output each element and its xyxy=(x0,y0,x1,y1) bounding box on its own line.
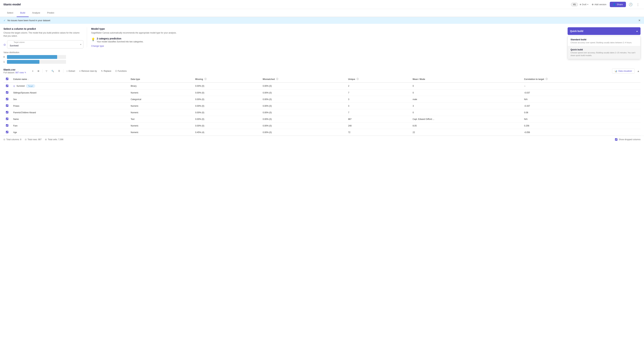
toolbar: ≡ ⊞ ▽ 🔍 ☰ □ Extract xyxy=(30,69,128,73)
col-unique-3: 3 xyxy=(346,103,410,109)
col-missing-7: 0.45% (4) xyxy=(193,129,260,136)
columns-icon: ⊟ xyxy=(4,138,5,141)
row-checkbox-3[interactable] xyxy=(6,104,8,107)
bar-fill-1 xyxy=(7,60,40,64)
row-checkbox-5[interactable] xyxy=(6,118,8,120)
row-checkbox-2[interactable] xyxy=(6,98,8,100)
draft-indicator[interactable]: Draft ▾ xyxy=(580,3,588,6)
bar-bg-0 xyxy=(7,55,66,59)
edit-icon[interactable]: ✎ xyxy=(24,72,26,74)
col-unique-5: 887 xyxy=(346,116,410,122)
row-checkbox-cell-6 xyxy=(4,122,11,129)
col-mean-2: male xyxy=(410,96,522,103)
tab-analyze[interactable]: Analyze xyxy=(29,9,44,17)
select-column-section: Select a column to predict Choose the ta… xyxy=(4,27,83,65)
table-body: ⊙SurvivedTargetBinary0.00% (0)0.00% (0)2… xyxy=(4,82,640,136)
row-checkbox-cell-4 xyxy=(4,109,11,116)
header: titanic-model V1 Draft ▾ ⊕ Add version 👤… xyxy=(0,0,644,9)
tab-build[interactable]: Build xyxy=(17,9,29,17)
build-section: Quick build ▲ Standard build Choose accu… xyxy=(568,27,640,65)
rows-count-link[interactable]: 887 rows xyxy=(16,72,24,74)
filter-button[interactable]: ▽ xyxy=(44,69,49,73)
dataset-header: titanic.csv Full dataset: 887 rows ✎ ≡ ⊞… xyxy=(4,68,640,74)
build-dropdown: Standard build Choose accuracy over spee… xyxy=(568,36,640,59)
tab-predict[interactable]: Predict xyxy=(44,9,58,17)
col-name-text-7: Age xyxy=(13,131,17,134)
add-version-button[interactable]: ⊕ Add version xyxy=(590,2,608,7)
banner-message: No issues have been found in your datase… xyxy=(8,19,50,22)
target-row-icon: ⊙ xyxy=(13,85,15,88)
quick-build-button[interactable]: Quick build ▲ xyxy=(568,27,640,35)
table-header-row: Column name ↓ Data type Missing ⓘ Mismat… xyxy=(4,76,640,82)
extract-button[interactable]: □ Extract xyxy=(65,69,77,73)
value-distribution: Value distribution 0 1 xyxy=(4,51,83,64)
search-button[interactable]: 🔍 xyxy=(50,69,56,73)
col-name-cell-5: Name xyxy=(11,116,128,122)
target-select-wrapper: Target column Survived ▾ xyxy=(7,40,83,48)
table-row: FareNumeric0.00% (0)0.00% (0)2488.050.25… xyxy=(4,122,640,129)
row-checkbox-0[interactable] xyxy=(6,84,8,87)
col-unique-0: 2 xyxy=(346,82,410,90)
col-correlation-0: -- xyxy=(522,82,640,90)
col-name-text-0: Survived xyxy=(16,85,25,87)
dataset-header-right: 📊 Data visualizer ▲ xyxy=(612,68,640,74)
main-content: Select a column to predict Choose the ta… xyxy=(0,24,644,68)
bar-row-1: 1 xyxy=(4,60,83,64)
correlation-info-icon[interactable]: ⓘ xyxy=(546,78,548,80)
filter-icon: ▽ xyxy=(46,70,47,72)
col-type-2: Categorical xyxy=(128,96,193,103)
collapse-button[interactable]: ▲ xyxy=(636,68,640,74)
model-type-subtitle: SageMaker Canvas automatically recommend… xyxy=(91,31,564,34)
target-icon: ⊙ xyxy=(4,43,6,46)
col-type-1: Numeric xyxy=(128,90,193,96)
show-dropped-checkbox[interactable] xyxy=(615,138,618,141)
remove-rows-button[interactable]: ≡ Remove rows by xyxy=(78,69,98,73)
select-all-checkbox[interactable] xyxy=(6,78,8,80)
history-button[interactable]: 🕐 xyxy=(628,2,634,8)
share-button[interactable]: 👤 Share xyxy=(610,2,626,7)
bar-label-1: 1 xyxy=(4,61,6,63)
list2-button[interactable]: ☰ xyxy=(56,69,62,73)
data-visualizer-button[interactable]: 📊 Data visualizer xyxy=(612,68,634,74)
missing-info-icon[interactable]: ⓘ xyxy=(204,78,206,80)
target-select-row: ⊙ Target column Survived ▾ xyxy=(4,40,83,48)
draft-dot xyxy=(580,4,581,5)
total-columns-item: ⊟ Total columns: 8 xyxy=(4,138,21,141)
select-column-subtitle: Choose the target column. The model that… xyxy=(4,31,83,38)
extract-icon: □ xyxy=(66,70,68,72)
banner-close-button[interactable]: ✕ xyxy=(638,19,640,22)
tab-select[interactable]: Select xyxy=(4,9,17,17)
list-view-button[interactable]: ≡ xyxy=(30,69,35,73)
col-mean-5: Capt. Edward Gifford ... xyxy=(410,116,522,122)
col-header-mean-mode: Mean / Mode xyxy=(410,76,522,82)
col-missing-3: 0.00% (0) xyxy=(193,103,260,109)
mismatched-info-icon[interactable]: ⓘ xyxy=(276,78,278,80)
standard-build-option[interactable]: Standard build Choose accuracy over spee… xyxy=(568,36,640,46)
row-checkbox-4[interactable] xyxy=(6,111,8,114)
draft-label: Draft xyxy=(582,3,586,6)
row-checkbox-1[interactable] xyxy=(6,91,8,94)
quick-build-option[interactable]: Quick build Choose speed over accuracy. … xyxy=(568,46,640,59)
row-checkbox-6[interactable] xyxy=(6,124,8,127)
version-badge[interactable]: V1 xyxy=(571,2,578,6)
unique-info-icon[interactable]: ⓘ xyxy=(356,78,359,80)
col-name-cell-6: Fare xyxy=(11,122,128,129)
col-header-type: Data type xyxy=(128,76,193,82)
more-button[interactable]: ⋮ xyxy=(635,2,640,8)
data-table: Column name ↓ Data type Missing ⓘ Mismat… xyxy=(4,76,640,136)
row-checkbox-7[interactable] xyxy=(6,131,8,133)
col-missing-2: 0.00% (0) xyxy=(193,96,260,103)
replace-button[interactable]: ↻ Replace xyxy=(99,69,113,73)
row-checkbox-cell-2 xyxy=(4,96,11,103)
prediction-type: 2 category prediction xyxy=(97,37,144,40)
col-unique-7: 72 xyxy=(346,129,410,136)
select-column-title: Select a column to predict xyxy=(4,27,83,30)
col-name-cell-1: Siblings/Spouses Aboard xyxy=(11,90,128,96)
change-type-link[interactable]: Change type xyxy=(91,45,104,47)
grid-view-button[interactable]: ⊞ xyxy=(36,69,41,73)
col-mean-6: 8.05 xyxy=(410,122,522,129)
col-mismatched-3: 0.00% (0) xyxy=(260,103,346,109)
remove-rows-icon: ≡ xyxy=(79,70,80,72)
col-correlation-1: -0.037 xyxy=(522,90,640,96)
functions-button[interactable]: Σ Functions xyxy=(114,69,128,73)
